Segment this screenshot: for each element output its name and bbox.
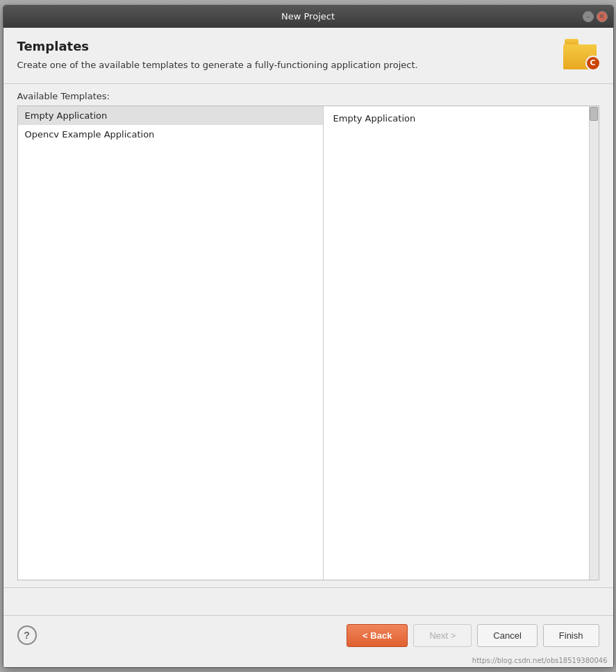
scrollbar-track[interactable] (589, 106, 599, 580)
scrollbar-thumb[interactable] (590, 107, 598, 121)
header-icon: C (563, 39, 599, 75)
folder-icon: C (563, 39, 599, 69)
button-bar: ? < Back Next > Cancel Finish (3, 615, 613, 655)
page-title: Templates (17, 39, 556, 53)
help-button[interactable]: ? (17, 625, 37, 645)
templates-description-pane: Empty Application (324, 106, 589, 580)
available-templates-label: Available Templates: (3, 84, 613, 106)
header-text: Templates Create one of the available te… (17, 39, 556, 72)
template-item-opencv-example[interactable]: Opencv Example Application (18, 125, 323, 144)
finish-button[interactable]: Finish (543, 624, 599, 647)
new-project-dialog: New Project – ✕ Templates Create one of … (3, 5, 614, 668)
next-button[interactable]: Next > (413, 624, 472, 647)
button-bar-right: < Back Next > Cancel Finish (347, 624, 599, 647)
template-description-text: Empty Application (333, 113, 416, 124)
button-bar-left: ? (17, 625, 37, 645)
templates-list-pane: Empty Application Opencv Example Applica… (18, 106, 324, 580)
header-section: Templates Create one of the available te… (3, 28, 613, 84)
title-bar-controls: – ✕ (583, 11, 608, 22)
cancel-button[interactable]: Cancel (477, 624, 537, 647)
minimize-button[interactable]: – (583, 11, 594, 22)
templates-container: Empty Application Opencv Example Applica… (17, 106, 599, 580)
page-description: Create one of the available templates to… (17, 59, 556, 72)
template-item-empty-application[interactable]: Empty Application (18, 106, 323, 125)
bottom-spacer (3, 587, 613, 615)
watermark: https://blog.csdn.net/obs18519380046 (3, 655, 613, 667)
content-area: Templates Create one of the available te… (3, 28, 613, 667)
title-bar: New Project – ✕ (3, 6, 613, 28)
c-badge: C (585, 56, 601, 71)
window-title: New Project (281, 11, 335, 22)
back-button[interactable]: < Back (347, 624, 408, 647)
close-button[interactable]: ✕ (597, 11, 608, 22)
